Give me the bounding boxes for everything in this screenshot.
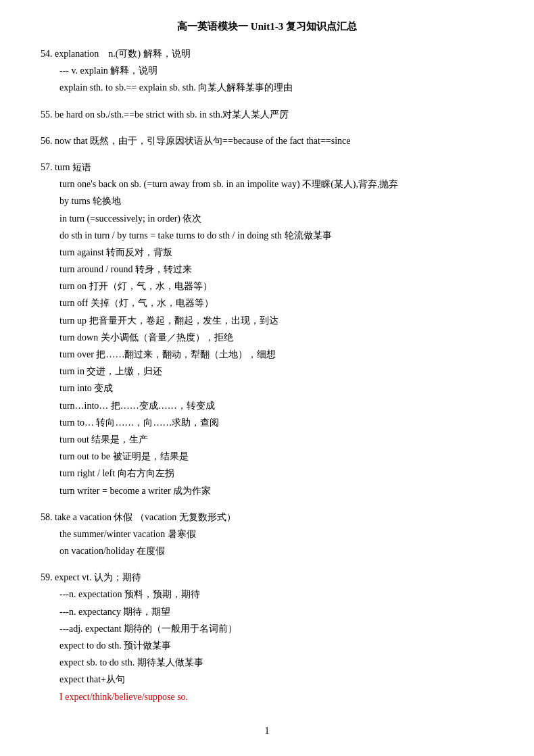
entry-57-sub17: turn out to be 被证明是，结果是 xyxy=(59,448,493,465)
entry-54: 54. explanation n.(可数) 解释，说明 --- v. expl… xyxy=(41,45,493,97)
entry-54-sub1: --- v. explain 解释，说明 xyxy=(59,62,493,79)
entry-59-sub1: ---n. expectation 预料，预期，期待 xyxy=(59,586,493,603)
entry-58-sub2: on vacation/holiday 在度假 xyxy=(59,543,493,559)
entry-57-sub2: by turns 轮换地 xyxy=(59,193,493,209)
entry-57-sub1: turn one's back on sb. (=turn away from … xyxy=(59,176,493,193)
entry-57-main: 57. turn 短语 xyxy=(41,159,493,176)
entry-57-sub5: turn against 转而反对，背叛 xyxy=(59,244,493,261)
entry-58-sub1: the summer/winter vacation 暑寒假 xyxy=(59,526,493,543)
entry-57-sub3: in turn (=successively; in order) 依次 xyxy=(59,210,493,227)
entry-57-sub11: turn over 把……翻过来，翻动，犁翻（土地），细想 xyxy=(59,346,493,363)
page-title: 高一英语模块一 Unit1-3 复习知识点汇总 xyxy=(41,20,493,33)
entry-59-sub7: I expect/think/believe/suppose so. xyxy=(59,688,493,705)
entry-57-sub16: turn out 结果是，生产 xyxy=(59,431,493,448)
entry-54-text: 54. explanation n.(可数) 解释，说明 xyxy=(41,49,191,59)
entry-59-sub4: expect to do sth. 预计做某事 xyxy=(59,637,493,654)
entry-58: 58. take a vacation 休假 （vacation 无复数形式） … xyxy=(41,509,493,560)
entry-59-sub6: expect that+从句 xyxy=(59,671,493,688)
entry-57-sub8: turn off 关掉（灯，气，水，电器等） xyxy=(59,295,493,311)
entry-57-sub14: turn…into… 把……变成……，转变成 xyxy=(59,397,493,414)
entry-59-sub2: ---n. expectancy 期待，期望 xyxy=(59,603,493,620)
entry-54-main: 54. explanation n.(可数) 解释，说明 xyxy=(41,45,493,62)
page-number: 1 xyxy=(41,726,493,736)
entry-57-sub6: turn around / round 转身，转过来 xyxy=(59,261,493,278)
entry-55: 55. be hard on sb./sth.==be strict with … xyxy=(41,106,493,123)
entry-59: 59. expect vt. 认为；期待 ---n. expectation 预… xyxy=(41,569,493,705)
entry-59-sub3: ---adj. expectant 期待的（一般用于名词前） xyxy=(59,620,493,637)
entry-55-main: 55. be hard on sb./sth.==be strict with … xyxy=(41,106,493,123)
entry-56: 56. now that 既然，由于，引导原因状语从句==because of … xyxy=(41,132,493,149)
entry-57: 57. turn 短语 turn one's back on sb. (=tur… xyxy=(41,159,493,499)
entry-58-main: 58. take a vacation 休假 （vacation 无复数形式） xyxy=(41,509,493,526)
entry-57-sub10: turn down 关小调低（音量／热度），拒绝 xyxy=(59,329,493,346)
entry-57-sub7: turn on 打开（灯，气，水，电器等） xyxy=(59,278,493,295)
entry-59-main: 59. expect vt. 认为；期待 xyxy=(41,569,493,586)
entry-59-sub5: expect sb. to do sth. 期待某人做某事 xyxy=(59,654,493,671)
entry-54-sub2: explain sth. to sb.== explain sb. sth. 向… xyxy=(59,79,493,96)
entry-56-main: 56. now that 既然，由于，引导原因状语从句==because of … xyxy=(41,132,493,149)
entry-57-sub19: turn writer = become a writer 成为作家 xyxy=(59,482,493,499)
entry-57-sub9: turn up 把音量开大，卷起，翻起，发生，出现，到达 xyxy=(59,312,493,329)
entry-57-sub15: turn to… 转向……，向……求助，查阅 xyxy=(59,414,493,431)
entry-57-sub4: do sth in turn / by turns = take turns t… xyxy=(59,227,493,244)
entry-57-sub12: turn in 交进，上缴，归还 xyxy=(59,363,493,380)
entry-57-sub13: turn into 变成 xyxy=(59,380,493,397)
entry-57-sub18: turn right / left 向右方向左拐 xyxy=(59,465,493,482)
